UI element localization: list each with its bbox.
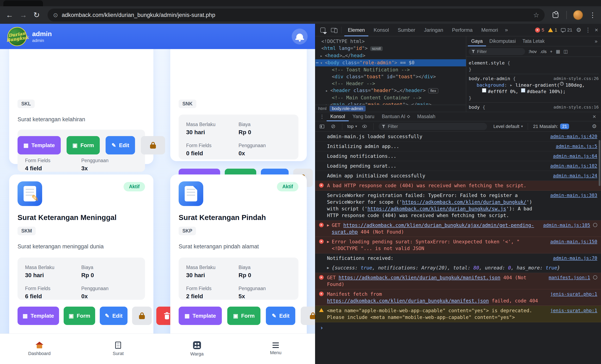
console-sidebar-icon[interactable] — [318, 125, 326, 128]
css-property[interactable]: background — [477, 82, 504, 88]
notifications-button[interactable] — [292, 29, 308, 44]
expand-icon[interactable]: ▸ — [510, 82, 515, 88]
dom-node[interactable]: ▸ <head>…</head> — [315, 52, 466, 59]
devtools-menu-icon[interactable]: ⋮ — [585, 27, 591, 33]
devtools-settings-icon[interactable]: ⚙ — [576, 27, 581, 33]
tab-console-drawer[interactable]: Konsol — [327, 112, 349, 121]
tab-computed[interactable]: Dikomputasi — [486, 36, 519, 46]
console-source-link[interactable]: admin-main.js:24 — [553, 172, 597, 179]
console-source-link[interactable]: admin-main.js:150 — [550, 238, 597, 245]
breadcrumb-body[interactable]: body.role-admin — [330, 106, 366, 111]
console-url-link[interactable]: https://adkomback.com/klien/durian_bungk… — [368, 206, 506, 212]
site-settings-icon[interactable]: ⊙ — [53, 12, 58, 19]
console-source-link[interactable]: jenis-surat.php:1 — [550, 291, 597, 297]
extensions-icon[interactable] — [551, 10, 560, 20]
lock-button[interactable] — [301, 307, 315, 325]
stylesheet-link[interactable]: admin-style.css:26 — [553, 75, 599, 82]
class-toggle[interactable]: .cls — [540, 49, 547, 54]
tab-ai-assistance[interactable]: Bantuan AI — [378, 112, 414, 121]
nav-menu[interactable]: Menu — [236, 334, 315, 364]
form-button[interactable]: ▣Form — [64, 307, 95, 325]
template-button[interactable]: ▦Template — [179, 307, 222, 325]
console-source-link[interactable]: admin-main.js:5 — [556, 143, 597, 150]
dom-node[interactable]: <!-- Header --> — [315, 80, 466, 87]
more-tabs-icon[interactable]: » — [595, 38, 600, 44]
console-source-link[interactable]: admin-main.js:420 — [550, 133, 597, 140]
form-button[interactable]: ▣Form — [67, 136, 100, 154]
collapse-icon[interactable]: ▾ — [320, 61, 325, 65]
expand-icon[interactable]: ▶ — [327, 264, 329, 271]
template-button[interactable]: ▦Template — [18, 136, 61, 154]
dom-node[interactable]: <!-- Main Content Container --> — [315, 94, 466, 101]
tab-network[interactable]: Jaringan — [421, 24, 447, 36]
devtools-close-icon[interactable]: × — [595, 27, 598, 33]
console-url-link[interactable]: https://adkomback.com/klien/durian_bungk… — [339, 275, 500, 280]
expand-icon[interactable]: ▶ — [327, 238, 329, 245]
lock-button[interactable] — [141, 136, 165, 154]
nav-warga[interactable]: Warga — [158, 334, 236, 364]
tab-sources[interactable]: Sumber — [394, 24, 419, 36]
template-button[interactable]: ▦Template — [18, 307, 59, 325]
back-icon[interactable]: ← — [6, 11, 13, 19]
tab-performance[interactable]: Performa — [449, 24, 476, 36]
css-property[interactable]: font-family — [477, 111, 507, 112]
dom-node[interactable]: <!-- Toast Notification --> — [315, 66, 466, 73]
edit-button[interactable]: ✎Edit — [100, 307, 128, 325]
console-url-link[interactable]: https://adkomback.com/klien/durian_bungk… — [327, 298, 489, 303]
dom-node-selected[interactable]: ▾ <body class="role-admin"> == $0 — [315, 59, 466, 66]
bookmark-star-icon[interactable]: ☆ — [533, 11, 539, 19]
new-rule-button[interactable]: + — [550, 49, 552, 54]
color-swatch[interactable] — [521, 88, 525, 92]
console-source-link[interactable]: admin-main.js:102 — [550, 162, 597, 169]
tab-memory[interactable]: Memori — [478, 24, 502, 36]
dom-node[interactable]: <!DOCTYPE html> — [315, 38, 466, 45]
tab-console[interactable]: Konsol — [370, 24, 392, 36]
network-request-icon[interactable] — [593, 275, 597, 280]
drawer-menu-icon[interactable]: ⋮ — [317, 114, 327, 120]
console-settings-icon[interactable]: ⚙ — [591, 123, 598, 130]
console-prompt[interactable]: › — [315, 322, 601, 334]
tab-elements[interactable]: Elemen — [344, 24, 368, 36]
browser-menu-icon[interactable]: ⋮ — [589, 11, 596, 19]
nav-surat[interactable]: Surat — [79, 334, 158, 364]
context-selector[interactable]: top▾ — [347, 124, 357, 129]
console-url-link[interactable]: https://adkomback.com/klien/durian_bungk… — [402, 199, 526, 205]
console-source-link[interactable]: manifest.json:1 — [549, 274, 590, 281]
tab-whats-new[interactable]: Yang baru — [349, 112, 378, 121]
messages-badge[interactable]: 21 — [561, 27, 572, 33]
address-bar[interactable]: ⊙ adkomback.com/klien/durian_bungkuk/adm… — [48, 9, 545, 21]
console-source-link[interactable]: admin-main.js:70 — [553, 255, 597, 262]
edit-button[interactable]: ✎Edit — [106, 136, 135, 154]
more-tabs-icon[interactable]: » — [503, 27, 510, 33]
expand-icon[interactable]: ▸ — [320, 53, 325, 58]
styles-filter-input[interactable]: Filter — [469, 48, 525, 55]
reload-icon[interactable]: ↻ — [33, 11, 40, 19]
css-selector[interactable]: body — [469, 105, 480, 110]
issues-counter[interactable]: 21 Masalah:21 — [533, 123, 569, 129]
log-level-selector[interactable]: Level default▾ — [493, 124, 523, 129]
angle-icon[interactable] — [560, 82, 564, 86]
hover-toggle[interactable]: :hov — [528, 49, 537, 54]
live-expression-icon[interactable] — [361, 125, 368, 128]
url-text[interactable]: adkomback.com/klien/durian_bungkuk/admin… — [62, 12, 215, 18]
device-toolbar-icon[interactable] — [329, 25, 338, 35]
errors-badge[interactable]: ×5 — [535, 27, 544, 33]
scrollbar[interactable] — [599, 140, 600, 186]
edit-button[interactable]: ✎Edit — [266, 307, 295, 325]
breadcrumb-html[interactable]: html — [318, 106, 327, 111]
tab-layout[interactable]: Tata Letak — [519, 36, 548, 46]
console-filter-input[interactable]: Filter — [379, 123, 487, 130]
tab-issues[interactable]: Masalah — [413, 112, 439, 121]
forward-icon[interactable]: → — [20, 11, 27, 19]
browser-tab[interactable] — [3, 0, 43, 6]
console-source-link[interactable]: jenis-surat.php:1 — [550, 307, 597, 314]
grid-icon[interactable]: ▦ — [556, 49, 560, 54]
dom-node[interactable]: ▸ <header class="header">…</header>flex — [315, 87, 466, 94]
stylesheet-link[interactable]: admin-style.css:16 — [553, 104, 599, 111]
drawer-close-icon[interactable]: × — [593, 113, 599, 120]
flex-badge[interactable]: flex — [428, 88, 438, 93]
console-source-link[interactable]: admin-main.js:64 — [553, 153, 597, 160]
expand-icon[interactable]: ▸ — [326, 88, 330, 93]
expand-icon[interactable]: ▶ — [327, 222, 329, 229]
console-source-link[interactable]: admin-main.js:105 — [543, 222, 590, 229]
